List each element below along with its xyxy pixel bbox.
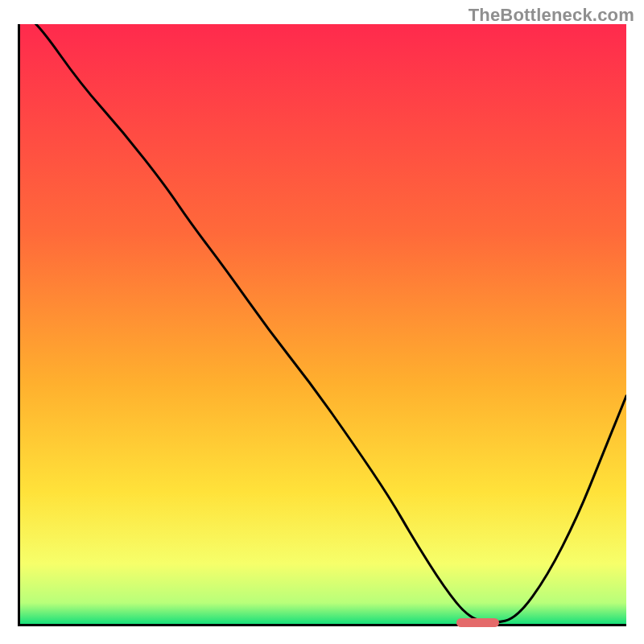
optimum-range-marker xyxy=(456,618,499,627)
svg-rect-0 xyxy=(20,24,626,624)
chart-svg xyxy=(20,24,626,624)
watermark-text: TheBottleneck.com xyxy=(469,5,634,26)
chart-plot-area xyxy=(20,24,626,624)
